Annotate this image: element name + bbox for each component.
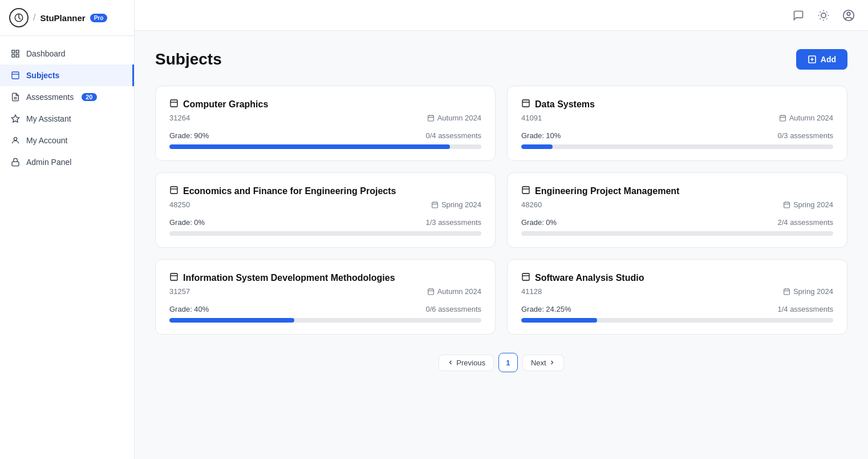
svg-line-16 (826, 18, 827, 19)
sidebar-item-assistant[interactable]: My Assistant (0, 108, 134, 130)
account-icon (10, 135, 21, 146)
subject-code: 48250 (169, 200, 190, 209)
progress-bar-bg (169, 144, 481, 149)
subject-card[interactable]: Engineering Project Management 48260 Spr… (507, 172, 847, 248)
card-stats-row: Grade: 24.25% 1/4 assessments (521, 305, 833, 313)
subject-card[interactable]: Data Systems 41091 Autumn 2024 Grade: 10… (507, 86, 847, 161)
card-meta-row: 41128 Spring 2024 (521, 287, 833, 296)
svg-rect-40 (432, 202, 438, 208)
subject-assessments: 1/3 assessments (425, 218, 481, 227)
add-button-label: Add (821, 55, 836, 64)
user-circle-icon[interactable] (841, 7, 857, 23)
previous-button[interactable]: Previous (439, 355, 494, 371)
book-icon (169, 99, 179, 110)
next-button[interactable]: Next (522, 355, 564, 371)
svg-point-12 (821, 13, 826, 17)
svg-rect-44 (522, 187, 529, 194)
book-icon (521, 272, 530, 284)
subjects-label: Subjects (26, 71, 59, 80)
svg-line-19 (820, 18, 821, 19)
app-name: StuPlanner (40, 13, 85, 23)
progress-bar-bg (521, 318, 833, 323)
svg-line-20 (826, 11, 827, 12)
subject-code: 48260 (521, 200, 542, 209)
book-icon (521, 99, 530, 110)
topbar (135, 0, 868, 31)
svg-rect-26 (171, 100, 177, 107)
svg-rect-3 (12, 54, 15, 57)
dashboard-label: Dashboard (26, 49, 66, 58)
subject-card[interactable]: Software Analysis Studio 41128 Spring 20… (507, 259, 847, 335)
subject-semester: Autumn 2024 (427, 287, 481, 296)
chat-icon[interactable] (790, 7, 806, 23)
main-content: Subjects Add Computer Graphics (135, 31, 868, 459)
svg-rect-28 (428, 115, 433, 121)
page-number-1[interactable]: 1 (498, 353, 518, 372)
svg-rect-52 (428, 289, 433, 295)
svg-rect-58 (784, 289, 790, 295)
subject-assessments: 1/4 assessments (777, 305, 833, 313)
sidebar-header: / StuPlanner Pro (0, 0, 134, 36)
card-header-row: Economics and Finance for Engineering Pr… (169, 186, 481, 197)
subject-grade: Grade: 24.25% (521, 305, 571, 313)
subject-grade: Grade: 90% (169, 131, 209, 140)
subject-assessments: 0/3 assessments (777, 131, 833, 140)
sun-icon[interactable] (816, 7, 832, 23)
card-stats-row: Grade: 40% 0/6 assessments (169, 305, 481, 313)
svg-rect-1 (12, 50, 15, 53)
account-label: My Account (26, 136, 67, 145)
card-stats-row: Grade: 10% 0/3 assessments (521, 131, 833, 140)
sidebar-item-account[interactable]: My Account (0, 130, 134, 151)
dashboard-icon (10, 49, 21, 59)
progress-bar-bg (521, 231, 833, 236)
progress-bar-bg (521, 144, 833, 149)
subject-assessments: 2/4 assessments (777, 218, 833, 227)
card-meta-row: 48250 Spring 2024 (169, 200, 481, 209)
subject-semester: Autumn 2024 (779, 114, 833, 122)
slash-divider: / (33, 13, 35, 23)
subject-grade: Grade: 40% (169, 305, 209, 313)
book-icon (521, 186, 530, 197)
assessments-label: Assessments (26, 92, 74, 102)
assessments-badge: 20 (82, 93, 96, 101)
assistant-icon (10, 114, 21, 124)
subject-card[interactable]: Computer Graphics 31264 Autumn 2024 Grad… (155, 86, 496, 161)
previous-label: Previous (456, 359, 485, 367)
assistant-label: My Assistant (26, 114, 71, 123)
sidebar-item-dashboard[interactable]: Dashboard (0, 43, 134, 65)
svg-rect-11 (12, 162, 19, 166)
card-stats-row: Grade: 90% 0/4 assessments (169, 131, 481, 140)
progress-bar-bg (169, 318, 481, 323)
subject-card[interactable]: Economics and Finance for Engineering Pr… (155, 172, 496, 248)
svg-point-22 (847, 12, 850, 15)
sidebar-item-subjects[interactable]: Subjects (0, 65, 134, 86)
card-header-row: Data Systems (521, 99, 833, 110)
book-icon (169, 272, 179, 284)
subject-title: Computer Graphics (183, 99, 268, 110)
add-button[interactable]: Add (796, 49, 847, 70)
subject-title: Information System Development Methodolo… (183, 273, 395, 283)
app-logo (9, 8, 29, 27)
svg-rect-32 (522, 100, 529, 107)
pro-badge: Pro (90, 14, 108, 22)
svg-rect-4 (16, 54, 19, 57)
page-header: Subjects Add (155, 49, 847, 70)
svg-rect-56 (522, 273, 529, 280)
subject-grade: Grade: 10% (521, 131, 561, 140)
svg-point-10 (14, 138, 17, 140)
card-meta-row: 31257 Autumn 2024 (169, 287, 481, 296)
subjects-icon (10, 70, 21, 80)
subjects-grid: Computer Graphics 31264 Autumn 2024 Grad… (155, 86, 847, 335)
subject-card[interactable]: Information System Development Methodolo… (155, 259, 496, 335)
card-header-row: Information System Development Methodolo… (169, 272, 481, 284)
sidebar-item-admin[interactable]: Admin Panel (0, 151, 134, 173)
card-header-row: Computer Graphics (169, 99, 481, 110)
svg-line-15 (820, 11, 821, 12)
subject-code: 31264 (169, 114, 190, 122)
assessments-icon (10, 92, 21, 102)
sidebar-item-assessments[interactable]: Assessments 20 (0, 86, 134, 108)
subject-assessments: 0/4 assessments (425, 131, 481, 140)
svg-marker-9 (11, 115, 19, 122)
card-meta-row: 48260 Spring 2024 (521, 200, 833, 209)
card-stats-row: Grade: 0% 1/3 assessments (169, 218, 481, 227)
